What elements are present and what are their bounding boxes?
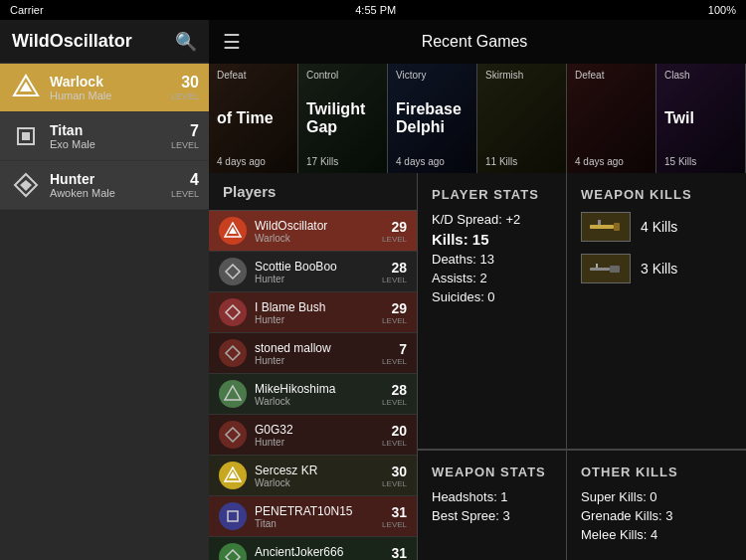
players-list: WildOscillator Warlock 29 LEVEL: [209, 211, 417, 560]
svg-rect-23: [596, 264, 598, 268]
weapon-kills-title: WEAPON KILLS: [581, 187, 732, 202]
top-bar-title: Recent Games: [422, 33, 528, 51]
svg-rect-19: [614, 223, 620, 231]
app-title: WildOscillator: [12, 31, 132, 52]
player-item-4[interactable]: MikeHikoshima Warlock 28 LEVEL: [209, 374, 417, 415]
titan-level-num: 7: [171, 122, 199, 140]
player-icon-0: [219, 217, 247, 245]
titan-name: Titan: [50, 122, 171, 138]
character-item-titan[interactable]: Titan Exo Male 7 LEVEL: [0, 112, 209, 161]
weapon-icon-0: [581, 212, 631, 242]
player-level-2: 29 LEVEL: [382, 300, 407, 325]
game-card-2[interactable]: Victory Firebase Delphi 4 days ago: [388, 64, 477, 173]
player-info-7: PENETRAT10N15 Titan: [255, 504, 382, 529]
game-card-1[interactable]: Control Twilight Gap 17 Kills: [298, 64, 388, 173]
titan-level-label: LEVEL: [171, 140, 199, 150]
status-bar: Carrier 4:55 PM 100%: [0, 0, 746, 20]
player-icon-1: [219, 258, 247, 285]
player-name-3: stoned mallow: [255, 341, 382, 355]
player-name-7: PENETRAT10N15: [255, 504, 382, 518]
hunter-info: Hunter Awoken Male: [50, 171, 171, 199]
svg-rect-21: [590, 268, 610, 271]
recent-games-strip: Defeat of Time 4 days ago Control Twilig…: [209, 64, 746, 173]
character-item-warlock[interactable]: Warlock Human Male 30 LEVEL: [0, 64, 209, 112]
game-footer-5: 15 Kills: [664, 156, 737, 167]
kills-stat: Kills: 15: [432, 231, 552, 248]
game-card-5[interactable]: Clash Twil 15 Kills: [656, 64, 746, 173]
player-level-1: 28 LEVEL: [382, 260, 407, 284]
svg-marker-8: [226, 265, 240, 279]
suicides-stat: Suicides: 0: [432, 289, 552, 304]
character-list: Warlock Human Male 30 LEVEL Titan: [0, 64, 209, 560]
game-name-5: Twil: [664, 109, 737, 127]
menu-icon[interactable]: ☰: [223, 30, 241, 54]
warlock-level-label: LEVEL: [171, 92, 199, 101]
game-type-3: Skirmish: [485, 70, 558, 81]
titan-class-icon: [10, 120, 42, 152]
game-type-2: Victory: [396, 70, 468, 81]
player-item-8[interactable]: AncientJoker666 Hunter 31 LEVEL: [209, 537, 417, 560]
carrier-text: Carrier: [10, 4, 44, 16]
player-stats-title: PLAYER STATS: [432, 187, 552, 202]
player-level-8: 31 LEVEL: [382, 545, 407, 561]
game-card-4[interactable]: Defeat 4 days ago: [567, 64, 656, 173]
player-item-3[interactable]: stoned mallow Hunter 7 LEVEL: [209, 333, 417, 374]
right-content: ☰ Recent Games Defeat of Time 4 days ago…: [209, 20, 746, 560]
game-footer-4: 4 days ago: [575, 156, 648, 167]
player-class-4: Warlock: [255, 396, 382, 407]
game-type-5: Clash: [664, 70, 737, 81]
player-level-6: 30 LEVEL: [382, 464, 407, 488]
game-footer-2: 4 days ago: [396, 156, 468, 167]
game-type-4: Defeat: [575, 70, 648, 81]
player-icon-2: [219, 298, 247, 326]
warlock-class-icon: [10, 72, 42, 103]
player-icon-3: [219, 339, 247, 367]
player-level-0: 29 LEVEL: [382, 219, 407, 244]
player-name-2: I Blame Bush: [255, 300, 382, 314]
player-item-2[interactable]: I Blame Bush Hunter 29 LEVEL: [209, 292, 417, 333]
game-footer-1: 17 Kills: [306, 156, 379, 167]
player-info-0: WildOscillator Warlock: [255, 219, 382, 244]
player-item-5[interactable]: G0G32 Hunter 20 LEVEL: [209, 415, 417, 456]
game-name-0: of Time: [217, 109, 289, 127]
character-item-hunter[interactable]: Hunter Awoken Male 4 LEVEL: [0, 161, 209, 210]
player-icon-6: [219, 462, 247, 489]
player-item-7[interactable]: PENETRAT10N15 Titan 31 LEVEL: [209, 496, 417, 537]
stats-top: PLAYER STATS K/D Spread: +2 Kills: 15 De…: [418, 173, 746, 449]
weapon-kills-count-1: 3 Kills: [641, 261, 677, 277]
player-item-1[interactable]: Scottie BooBoo Hunter 28 LEVEL: [209, 252, 417, 292]
player-item-0[interactable]: WildOscillator Warlock 29 LEVEL: [209, 211, 417, 252]
weapon-stats-panel: WEAPON STATS Headshots: 1 Best Spree: 3: [418, 451, 567, 560]
svg-marker-10: [226, 346, 240, 360]
svg-marker-5: [20, 180, 32, 191]
search-icon[interactable]: 🔍: [175, 31, 197, 53]
weapon-stats-title: WEAPON STATS: [432, 465, 552, 479]
main-layout: WildOscillator 🔍 Warlock Human Male 30 L…: [0, 20, 746, 560]
stats-area: PLAYER STATS K/D Spread: +2 Kills: 15 De…: [418, 173, 746, 560]
player-name-0: WildOscillator: [255, 219, 382, 233]
other-kills-title: OTHER KILLS: [581, 465, 732, 479]
player-class-6: Warlock: [255, 477, 382, 488]
players-stats-area: Players WildOscillator Warlock 29: [209, 173, 746, 560]
svg-marker-12: [226, 428, 240, 442]
player-class-0: Warlock: [255, 233, 382, 244]
game-card-0[interactable]: Defeat of Time 4 days ago: [209, 64, 298, 173]
hunter-name: Hunter: [50, 171, 171, 187]
time-text: 4:55 PM: [355, 4, 396, 16]
warlock-level: 30 LEVEL: [171, 74, 199, 101]
game-card-3[interactable]: Skirmish 11 Kills: [477, 64, 567, 173]
player-icon-4: [219, 380, 247, 408]
player-icon-8: [219, 543, 247, 560]
player-level-3: 7 LEVEL: [382, 341, 407, 366]
titan-sub: Exo Male: [50, 138, 171, 150]
titan-info: Titan Exo Male: [50, 122, 171, 150]
svg-rect-20: [598, 220, 601, 225]
svg-marker-11: [225, 386, 241, 400]
hunter-level-num: 4: [171, 171, 199, 189]
player-item-6[interactable]: Sercesz KR Warlock 30 LEVEL: [209, 456, 417, 496]
stats-bottom: WEAPON STATS Headshots: 1 Best Spree: 3 …: [418, 450, 746, 560]
titan-level: 7 LEVEL: [171, 122, 199, 150]
other-kills-panel: OTHER KILLS Super Kills: 0 Grenade Kills…: [567, 451, 746, 560]
deaths-stat: Deaths: 13: [432, 252, 552, 267]
game-name-2: Firebase Delphi: [396, 100, 468, 136]
